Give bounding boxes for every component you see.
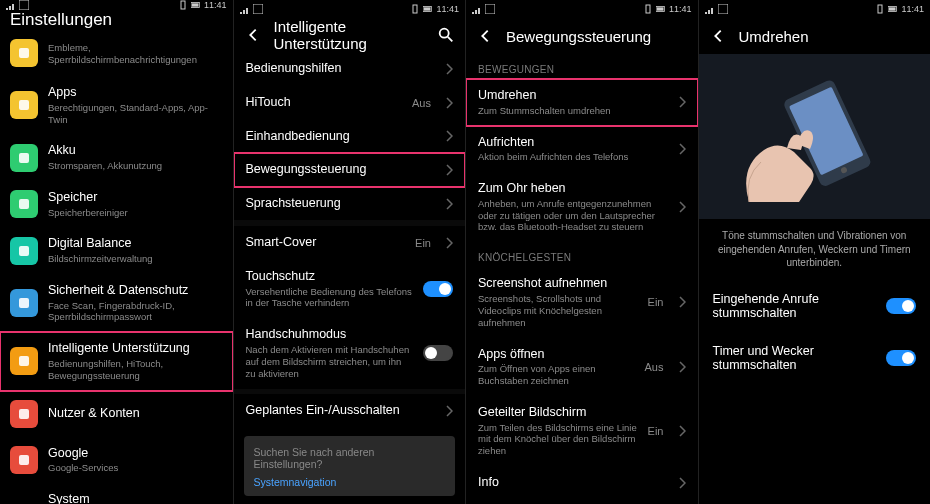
row-title: Digital Balance <box>48 236 221 252</box>
toggle-icon[interactable] <box>423 345 453 361</box>
settings-row[interactable]: AufrichtenAktion beim Aufrichten des Tel… <box>466 126 698 173</box>
settings-row[interactable]: AkkuStromsparen, Akkunutzung <box>0 134 233 181</box>
statusbar: 11:41 <box>234 0 466 17</box>
category-icon <box>10 144 38 172</box>
settings-row[interactable]: Zum Ohr hebenAnheben, um Anrufe entgegen… <box>466 172 698 242</box>
row-title: Sicherheit & Datenschutz <box>48 283 221 299</box>
settings-row[interactable]: Apps öffnenZum Öffnen von Apps einen Buc… <box>466 338 698 396</box>
search-icon[interactable] <box>437 26 455 44</box>
toggle-icon[interactable] <box>886 298 916 314</box>
svg-rect-8 <box>19 246 29 256</box>
chevron-right-icon <box>445 97 453 109</box>
chevron-right-icon <box>678 477 686 489</box>
row-title: Info <box>478 475 668 491</box>
page-title: Intelligente Unterstützung <box>274 18 414 52</box>
section-label: KNÖCHELGESTEN <box>466 242 698 267</box>
row-title: Apps öffnen <box>478 347 635 363</box>
svg-rect-20 <box>646 5 650 13</box>
settings-row[interactable]: SpeicherSpeicherbereiniger <box>0 181 233 228</box>
vibrate-icon <box>410 4 420 14</box>
settings-list: Screenshot aufnehmenScreenshots, Scrolls… <box>466 267 698 500</box>
switch-timer-alarm[interactable]: Timer und Wecker stummschalten <box>699 332 931 384</box>
search-link[interactable]: Systemnavigation <box>254 476 446 488</box>
row-subtitle: Face Scan, Fingerabdruck-ID, Sperrbildsc… <box>48 300 221 324</box>
svg-rect-9 <box>19 298 29 308</box>
status-time: 11:41 <box>436 4 459 14</box>
svg-rect-11 <box>19 409 29 419</box>
nfc-icon <box>718 4 728 14</box>
switch-incoming-calls[interactable]: Eingehende Anrufe stummschalten <box>699 280 931 332</box>
svg-rect-5 <box>19 100 29 110</box>
svg-rect-15 <box>413 5 417 13</box>
status-time: 11:41 <box>901 4 924 14</box>
settings-row[interactable]: HiTouchAus <box>234 86 466 120</box>
settings-row[interactable]: HandschuhmodusNach dem Aktivieren mit Ha… <box>234 318 466 388</box>
settings-row[interactable]: Nutzer & Konten <box>0 391 233 437</box>
category-icon <box>10 91 38 119</box>
settings-row[interactable]: UmdrehenZum Stummschalten umdrehen <box>466 79 698 126</box>
settings-row[interactable]: Geplantes Ein-/Ausschalten <box>234 394 466 428</box>
back-icon[interactable] <box>476 27 494 45</box>
vibrate-icon <box>875 4 885 14</box>
toggle-icon[interactable] <box>423 281 453 297</box>
page-title: Bewegungssteuerung <box>506 28 651 45</box>
header: Umdrehen <box>699 18 931 54</box>
search-suggestion-card: Suchen Sie nach anderen Einstellungen? S… <box>244 436 456 496</box>
description: Töne stummschalten und Vibrationen von e… <box>699 219 931 280</box>
page-title: Einstellungen <box>10 10 112 30</box>
settings-row[interactable]: AppsBerechtigungen, Standard-Apps, App-T… <box>0 76 233 134</box>
settings-list: BedienungshilfenHiTouchAusEinhandbedienu… <box>234 52 466 220</box>
switch-label: Eingehende Anrufe stummschalten <box>713 292 887 320</box>
category-icon <box>10 39 38 67</box>
panel-flip: 11:41 Umdrehen Töne stummschalte <box>698 0 931 504</box>
category-icon <box>10 190 38 218</box>
panel-intelligent-assist: 11:41 Intelligente Unterstützung Bedienu… <box>233 0 466 504</box>
settings-row[interactable]: Bewegungssteuerung <box>234 153 466 187</box>
row-title: Einhandbedienung <box>246 129 436 145</box>
row-title: Smart-Cover <box>246 235 406 251</box>
row-title: Speicher <box>48 190 221 206</box>
svg-rect-22 <box>657 7 664 10</box>
settings-row[interactable]: Einhandbedienung <box>234 120 466 154</box>
settings-row[interactable]: Digital BalanceBildschirmzeitverwaltung <box>0 227 233 274</box>
row-title: System <box>48 492 221 504</box>
row-subtitle: Versehentliche Bedienung des Telefons in… <box>246 286 414 310</box>
back-icon[interactable] <box>709 27 727 45</box>
settings-row[interactable]: Intelligente UnterstützungBedienungshilf… <box>0 332 233 390</box>
chevron-right-icon <box>678 201 686 213</box>
row-value: Aus <box>645 361 664 373</box>
row-title: Aufrichten <box>478 135 668 151</box>
battery-icon <box>888 4 898 14</box>
row-value: Ein <box>648 425 664 437</box>
settings-row[interactable]: Geteilter BildschirmZum Teilen des Bilds… <box>466 396 698 466</box>
settings-row[interactable]: Sprachsteuerung <box>234 187 466 221</box>
chevron-right-icon <box>445 164 453 176</box>
back-icon[interactable] <box>244 26 262 44</box>
settings-list: UmdrehenZum Stummschalten umdrehenAufric… <box>466 79 698 242</box>
settings-row[interactable]: Sicherheit & DatenschutzFace Scan, Finge… <box>0 274 233 332</box>
settings-row[interactable]: SystemSystemnavigation, Softwareaktualis… <box>0 483 233 504</box>
row-title: Sprachsteuerung <box>246 196 436 212</box>
row-title: Nutzer & Konten <box>48 406 221 422</box>
row-subtitle: Aktion beim Aufrichten des Telefons <box>478 151 668 163</box>
svg-rect-3 <box>192 3 199 6</box>
settings-row[interactable]: Embleme, Sperrbildschirmbenachrichtigung… <box>0 30 233 76</box>
svg-rect-24 <box>878 5 882 13</box>
statusbar: 11:41 <box>0 0 233 10</box>
row-subtitle: Embleme, Sperrbildschirmbenachrichtigung… <box>48 42 221 66</box>
settings-row[interactable]: TouchschutzVersehentliche Bedienung des … <box>234 260 466 318</box>
toggle-icon[interactable] <box>886 350 916 366</box>
category-icon <box>10 446 38 474</box>
settings-row[interactable]: Info <box>466 466 698 500</box>
settings-row[interactable]: Screenshot aufnehmenScreenshots, Scrolls… <box>466 267 698 337</box>
battery-icon <box>191 0 201 10</box>
row-subtitle: Zum Stummschalten umdrehen <box>478 105 668 117</box>
settings-row[interactable]: GoogleGoogle-Services <box>0 437 233 484</box>
row-title: Bewegungssteuerung <box>246 162 436 178</box>
settings-row[interactable]: Smart-CoverEin <box>234 226 466 260</box>
status-time: 11:41 <box>204 0 227 10</box>
flip-illustration <box>699 54 931 219</box>
settings-row[interactable]: Bedienungshilfen <box>234 52 466 86</box>
row-title: Akku <box>48 143 221 159</box>
settings-list: Smart-CoverEinTouchschutzVersehentliche … <box>234 226 466 388</box>
